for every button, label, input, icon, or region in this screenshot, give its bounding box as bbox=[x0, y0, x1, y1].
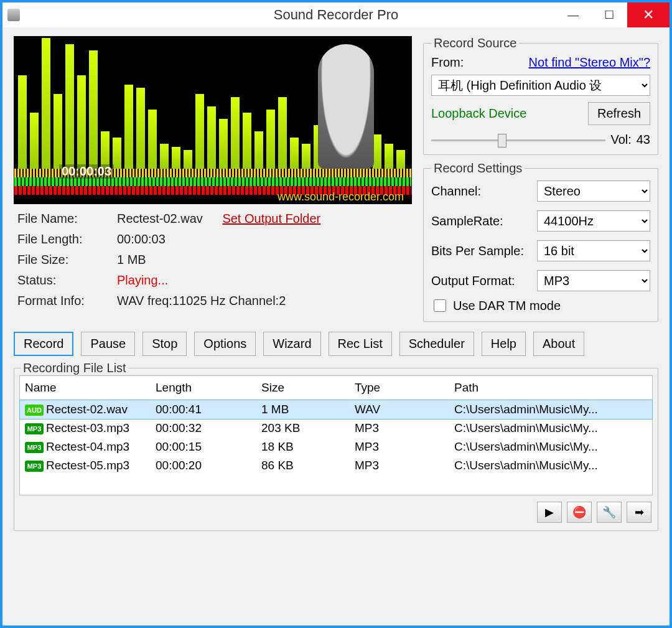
scheduler-button[interactable]: Scheduler bbox=[399, 332, 474, 356]
options-button[interactable]: Options bbox=[194, 332, 256, 356]
col-name[interactable]: Name bbox=[25, 381, 156, 395]
record-settings-group: Record Settings Channel: Stereo SampleRa… bbox=[423, 161, 658, 322]
rec-list-button[interactable]: Rec List bbox=[329, 332, 392, 356]
sample-rate-select[interactable]: 44100Hz bbox=[537, 210, 650, 232]
play-file-button[interactable]: ▶ bbox=[537, 502, 562, 523]
file-type-icon: MP3 bbox=[25, 442, 44, 453]
pause-button[interactable]: Pause bbox=[81, 332, 135, 356]
loopback-device-label: Loopback Device bbox=[431, 106, 582, 121]
main-toolbar: Record Pause Stop Options Wizard Rec Lis… bbox=[14, 332, 658, 356]
file-size-value: 1 MB bbox=[117, 253, 408, 267]
record-source-group: Record Source From: Not find "Stereo Mix… bbox=[423, 36, 658, 155]
bits-select[interactable]: 16 bit bbox=[537, 240, 650, 261]
file-list-header: Name Length Size Type Path bbox=[20, 376, 652, 400]
delete-file-button[interactable]: ⛔ bbox=[567, 502, 592, 523]
stop-button[interactable]: Stop bbox=[142, 332, 187, 356]
file-length-value: 00:00:03 bbox=[117, 232, 408, 246]
file-length-label: File Length: bbox=[17, 232, 117, 246]
website-url: www.sound-recorder.com bbox=[278, 190, 404, 204]
recording-file-list-group: Recording File List Name Length Size Typ… bbox=[14, 361, 658, 531]
col-length[interactable]: Length bbox=[156, 381, 261, 395]
file-type-icon: MP3 bbox=[25, 423, 44, 434]
file-info-panel: File Name: Rectest-02.wav Set Output Fol… bbox=[14, 208, 412, 314]
sample-rate-label: SampleRate: bbox=[431, 214, 531, 228]
visualizer: 00:00:03 www.sound-recorder.com bbox=[14, 36, 412, 204]
status-value: Playing... bbox=[117, 273, 408, 288]
wizard-button[interactable]: Wizard bbox=[263, 332, 320, 356]
col-path[interactable]: Path bbox=[454, 381, 647, 395]
channel-label: Channel: bbox=[431, 184, 531, 199]
close-button[interactable]: ✕ bbox=[627, 2, 670, 27]
titlebar: Sound Recorder Pro — ☐ ✕ bbox=[2, 2, 670, 27]
record-settings-legend: Record Settings bbox=[431, 161, 525, 176]
file-list-row[interactable]: MP3Rectest-04.mp300:00:1518 KBMP3C:\User… bbox=[20, 438, 652, 456]
app-window: Sound Recorder Pro — ☐ ✕ 00:00:03 www.so… bbox=[0, 0, 672, 628]
app-icon bbox=[7, 9, 20, 21]
file-name-label: File Name: bbox=[17, 212, 117, 226]
refresh-button[interactable]: Refresh bbox=[588, 102, 650, 125]
file-type-icon: AUD bbox=[25, 405, 44, 416]
volume-slider[interactable] bbox=[431, 134, 605, 146]
stereo-mix-help-link[interactable]: Not find "Stereo Mix"? bbox=[529, 55, 650, 70]
microphone-icon bbox=[318, 44, 374, 169]
set-output-folder-link[interactable]: Set Output Folder bbox=[222, 212, 320, 225]
minimize-button[interactable]: — bbox=[555, 2, 591, 27]
from-label: From: bbox=[431, 55, 464, 70]
file-type-icon: MP3 bbox=[25, 461, 44, 472]
bits-label: Bits Per Sample: bbox=[431, 244, 531, 258]
record-button[interactable]: Record bbox=[14, 332, 73, 356]
file-list-row[interactable]: MP3Rectest-05.mp300:00:2086 KBMP3C:\User… bbox=[20, 456, 652, 475]
dar-tm-label: Use DAR TM mode bbox=[453, 299, 561, 313]
format-info-value: WAV freq:11025 Hz Channel:2 bbox=[117, 294, 408, 308]
output-format-select[interactable]: MP3 bbox=[537, 270, 650, 291]
recording-timer: 00:00:03 bbox=[59, 164, 114, 179]
dar-tm-checkbox[interactable] bbox=[434, 299, 446, 312]
maximize-button[interactable]: ☐ bbox=[591, 2, 627, 27]
output-format-label: Output Format: bbox=[431, 274, 531, 288]
status-label: Status: bbox=[17, 273, 117, 288]
record-device-select[interactable]: 耳机 (High Definition Audio 设 bbox=[431, 75, 650, 96]
recording-file-list-legend: Recording File List bbox=[21, 361, 129, 375]
format-info-label: Format Info: bbox=[17, 294, 117, 308]
volume-label: Vol: bbox=[610, 133, 631, 147]
col-type[interactable]: Type bbox=[355, 381, 454, 395]
file-list-row[interactable]: AUDRectest-02.wav00:00:411 MBWAVC:\Users… bbox=[20, 400, 652, 419]
file-name-value: Rectest-02.wav bbox=[117, 212, 203, 225]
channel-select[interactable]: Stereo bbox=[537, 180, 650, 202]
file-size-label: File Size: bbox=[17, 253, 117, 267]
col-size[interactable]: Size bbox=[261, 381, 355, 395]
export-file-button[interactable]: ➡ bbox=[627, 502, 651, 523]
record-source-legend: Record Source bbox=[431, 36, 519, 50]
file-list-row[interactable]: MP3Rectest-03.mp300:00:32203 KBMP3C:\Use… bbox=[20, 419, 652, 438]
volume-value: 43 bbox=[637, 133, 650, 147]
help-button[interactable]: Help bbox=[482, 332, 526, 356]
about-button[interactable]: About bbox=[533, 332, 584, 356]
open-folder-button[interactable]: 🔧 bbox=[597, 502, 622, 523]
